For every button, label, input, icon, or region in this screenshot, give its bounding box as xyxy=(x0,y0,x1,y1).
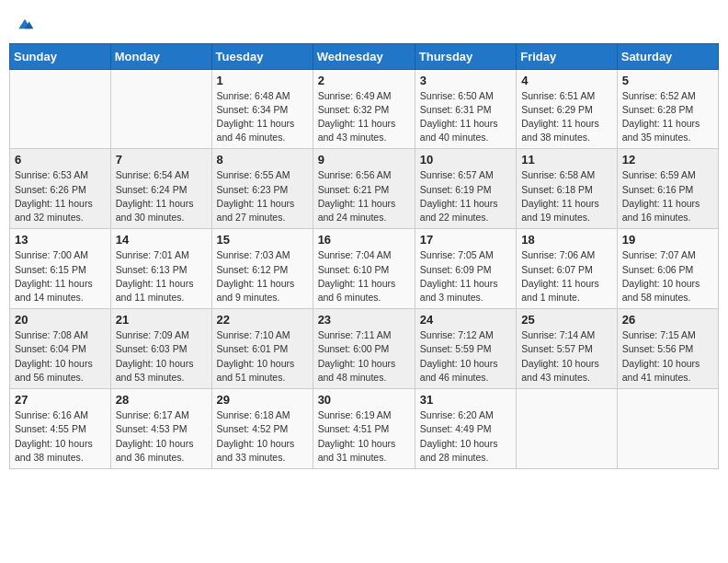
weekday-header-saturday: Saturday xyxy=(617,43,718,69)
day-info: Sunrise: 7:04 AMSunset: 6:10 PMDaylight:… xyxy=(318,248,410,304)
day-number: 23 xyxy=(318,313,410,327)
calendar-cell: 25Sunrise: 7:14 AMSunset: 5:57 PMDayligh… xyxy=(517,309,618,389)
calendar-cell: 17Sunrise: 7:05 AMSunset: 6:09 PMDayligh… xyxy=(415,229,516,309)
calendar-cell: 16Sunrise: 7:04 AMSunset: 6:10 PMDayligh… xyxy=(313,229,415,309)
calendar-cell xyxy=(517,389,618,469)
calendar-cell: 13Sunrise: 7:00 AMSunset: 6:15 PMDayligh… xyxy=(10,229,111,309)
day-number: 30 xyxy=(318,393,410,407)
day-info: Sunrise: 7:03 AMSunset: 6:12 PMDaylight:… xyxy=(217,248,308,304)
calendar-cell: 14Sunrise: 7:01 AMSunset: 6:13 PMDayligh… xyxy=(110,229,211,309)
day-number: 27 xyxy=(15,393,106,407)
calendar-week-5: 27Sunrise: 6:16 AMSunset: 4:55 PMDayligh… xyxy=(10,389,719,469)
day-number: 9 xyxy=(318,153,410,167)
calendar-cell: 22Sunrise: 7:10 AMSunset: 6:01 PMDayligh… xyxy=(211,309,313,389)
day-info: Sunrise: 6:52 AMSunset: 6:28 PMDaylight:… xyxy=(622,89,713,145)
day-info: Sunrise: 6:58 AMSunset: 6:18 PMDaylight:… xyxy=(521,168,612,224)
calendar-week-3: 13Sunrise: 7:00 AMSunset: 6:15 PMDayligh… xyxy=(10,229,719,309)
day-number: 4 xyxy=(521,74,612,87)
calendar-cell: 19Sunrise: 7:07 AMSunset: 6:06 PMDayligh… xyxy=(617,229,718,309)
weekday-header-friday: Friday xyxy=(517,43,618,69)
day-number: 7 xyxy=(116,153,207,167)
day-number: 19 xyxy=(622,233,713,247)
calendar-cell: 27Sunrise: 6:16 AMSunset: 4:55 PMDayligh… xyxy=(10,389,111,469)
day-number: 17 xyxy=(420,233,511,247)
calendar-cell: 3Sunrise: 6:50 AMSunset: 6:31 PMDaylight… xyxy=(415,69,516,149)
day-number: 31 xyxy=(420,393,511,407)
calendar-cell: 10Sunrise: 6:57 AMSunset: 6:19 PMDayligh… xyxy=(415,149,516,229)
calendar-cell: 2Sunrise: 6:49 AMSunset: 6:32 PMDaylight… xyxy=(313,69,415,149)
calendar-header-row: SundayMondayTuesdayWednesdayThursdayFrid… xyxy=(10,43,719,69)
day-info: Sunrise: 6:50 AMSunset: 6:31 PMDaylight:… xyxy=(420,89,511,145)
day-info: Sunrise: 7:11 AMSunset: 6:00 PMDaylight:… xyxy=(318,328,410,385)
day-info: Sunrise: 7:01 AMSunset: 6:13 PMDaylight:… xyxy=(116,248,207,304)
day-info: Sunrise: 6:51 AMSunset: 6:29 PMDaylight:… xyxy=(521,89,612,145)
day-info: Sunrise: 6:53 AMSunset: 6:26 PMDaylight:… xyxy=(15,168,106,224)
calendar-cell: 31Sunrise: 6:20 AMSunset: 4:49 PMDayligh… xyxy=(415,389,516,469)
calendar-cell: 8Sunrise: 6:55 AMSunset: 6:23 PMDaylight… xyxy=(211,149,313,229)
day-info: Sunrise: 7:10 AMSunset: 6:01 PMDaylight:… xyxy=(217,328,308,385)
weekday-header-monday: Monday xyxy=(110,43,211,69)
calendar-body: 1Sunrise: 6:48 AMSunset: 6:34 PMDaylight… xyxy=(10,69,719,468)
calendar-cell: 20Sunrise: 7:08 AMSunset: 6:04 PMDayligh… xyxy=(10,309,111,389)
day-info: Sunrise: 7:00 AMSunset: 6:15 PMDaylight:… xyxy=(15,248,106,304)
day-number: 20 xyxy=(15,313,106,327)
calendar-cell xyxy=(110,69,211,149)
calendar-cell: 28Sunrise: 6:17 AMSunset: 4:53 PMDayligh… xyxy=(110,389,211,469)
day-number: 13 xyxy=(15,233,106,247)
day-number: 14 xyxy=(116,233,207,247)
day-number: 18 xyxy=(521,233,612,247)
day-info: Sunrise: 7:08 AMSunset: 6:04 PMDaylight:… xyxy=(15,328,106,385)
calendar-cell: 18Sunrise: 7:06 AMSunset: 6:07 PMDayligh… xyxy=(517,229,618,309)
calendar-week-4: 20Sunrise: 7:08 AMSunset: 6:04 PMDayligh… xyxy=(10,309,719,389)
day-info: Sunrise: 7:05 AMSunset: 6:09 PMDaylight:… xyxy=(420,248,511,304)
calendar-cell: 30Sunrise: 6:19 AMSunset: 4:51 PMDayligh… xyxy=(313,389,415,469)
day-info: Sunrise: 7:15 AMSunset: 5:56 PMDaylight:… xyxy=(622,328,713,385)
calendar-table: SundayMondayTuesdayWednesdayThursdayFrid… xyxy=(9,43,719,469)
calendar-week-2: 6Sunrise: 6:53 AMSunset: 6:26 PMDaylight… xyxy=(10,149,719,229)
calendar-cell: 6Sunrise: 6:53 AMSunset: 6:26 PMDaylight… xyxy=(10,149,111,229)
calendar-cell: 1Sunrise: 6:48 AMSunset: 6:34 PMDaylight… xyxy=(211,69,313,149)
weekday-header-tuesday: Tuesday xyxy=(211,43,313,69)
day-info: Sunrise: 6:48 AMSunset: 6:34 PMDaylight:… xyxy=(217,89,308,145)
day-number: 25 xyxy=(521,313,612,327)
calendar-cell: 5Sunrise: 6:52 AMSunset: 6:28 PMDaylight… xyxy=(617,69,718,149)
day-info: Sunrise: 7:14 AMSunset: 5:57 PMDaylight:… xyxy=(521,328,612,385)
day-number: 21 xyxy=(116,313,207,327)
day-info: Sunrise: 6:59 AMSunset: 6:16 PMDaylight:… xyxy=(622,168,713,224)
weekday-header-sunday: Sunday xyxy=(10,43,111,69)
calendar-cell: 24Sunrise: 7:12 AMSunset: 5:59 PMDayligh… xyxy=(415,309,516,389)
day-number: 24 xyxy=(420,313,511,327)
day-info: Sunrise: 6:18 AMSunset: 4:52 PMDaylight:… xyxy=(217,408,308,465)
day-number: 5 xyxy=(622,74,713,87)
day-info: Sunrise: 7:09 AMSunset: 6:03 PMDaylight:… xyxy=(116,328,207,385)
day-number: 11 xyxy=(521,153,612,167)
day-number: 15 xyxy=(217,233,308,247)
weekday-header-wednesday: Wednesday xyxy=(313,43,415,69)
day-info: Sunrise: 6:49 AMSunset: 6:32 PMDaylight:… xyxy=(318,89,410,145)
day-info: Sunrise: 6:17 AMSunset: 4:53 PMDaylight:… xyxy=(116,408,207,465)
logo-text xyxy=(14,14,34,34)
day-info: Sunrise: 7:07 AMSunset: 6:06 PMDaylight:… xyxy=(622,248,713,304)
calendar-cell: 4Sunrise: 6:51 AMSunset: 6:29 PMDaylight… xyxy=(517,69,618,149)
day-number: 12 xyxy=(622,153,713,167)
day-info: Sunrise: 7:12 AMSunset: 5:59 PMDaylight:… xyxy=(420,328,511,385)
calendar-cell: 9Sunrise: 6:56 AMSunset: 6:21 PMDaylight… xyxy=(313,149,415,229)
day-info: Sunrise: 6:54 AMSunset: 6:24 PMDaylight:… xyxy=(116,168,207,224)
calendar-cell xyxy=(617,389,718,469)
logo xyxy=(14,14,34,34)
day-info: Sunrise: 6:16 AMSunset: 4:55 PMDaylight:… xyxy=(15,408,106,465)
day-number: 1 xyxy=(217,74,308,87)
day-info: Sunrise: 6:55 AMSunset: 6:23 PMDaylight:… xyxy=(217,168,308,224)
day-number: 26 xyxy=(622,313,713,327)
day-number: 16 xyxy=(318,233,410,247)
day-number: 8 xyxy=(217,153,308,167)
page-header xyxy=(9,9,719,34)
calendar-cell: 26Sunrise: 7:15 AMSunset: 5:56 PMDayligh… xyxy=(617,309,718,389)
day-number: 3 xyxy=(420,74,511,87)
day-number: 22 xyxy=(217,313,308,327)
weekday-header-thursday: Thursday xyxy=(415,43,516,69)
day-number: 29 xyxy=(217,393,308,407)
day-number: 2 xyxy=(318,74,410,87)
day-info: Sunrise: 6:20 AMSunset: 4:49 PMDaylight:… xyxy=(420,408,511,465)
calendar-cell xyxy=(10,69,111,149)
